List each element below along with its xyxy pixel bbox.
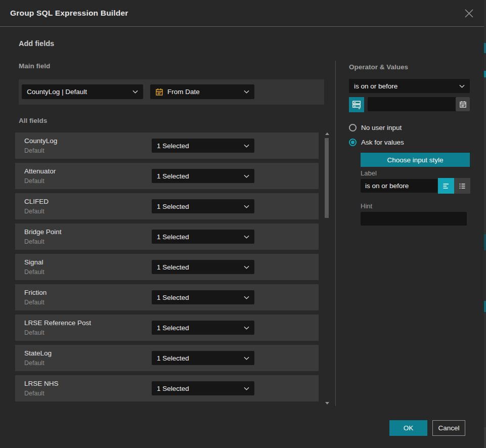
field-row: CLIFED Default 1 Selected — [15, 193, 319, 219]
field-name: LRSE Reference Post — [24, 319, 91, 327]
all-fields-label: All fields — [19, 117, 47, 124]
main-field-band: CountyLog | Default From Date — [19, 79, 324, 105]
chevron-down-icon — [244, 174, 249, 178]
label-input[interactable] — [361, 179, 437, 193]
chevron-down-icon — [244, 265, 249, 269]
date-value-input[interactable] — [368, 97, 470, 111]
field-name: Signal — [24, 258, 43, 266]
chevron-down-icon — [244, 387, 249, 390]
label-field-label: Label — [361, 169, 377, 177]
radio-no-user-input[interactable]: No user input — [349, 124, 402, 131]
hint-field-wrap — [361, 212, 467, 226]
chevron-down-icon — [244, 356, 249, 360]
chevron-down-icon — [132, 90, 138, 94]
field-subtitle: Default — [24, 329, 45, 336]
date-field-select[interactable]: From Date — [150, 84, 254, 99]
list-input-style-button[interactable] — [454, 178, 470, 194]
layer-select-value: CountyLog | Default — [27, 88, 129, 96]
field-row: LRSE Reference Post Default 1 Selected — [15, 315, 319, 341]
bulleted-list-icon — [458, 182, 466, 190]
chevron-down-icon — [244, 326, 249, 330]
dialog-title: Group SQL Expression Builder — [10, 9, 128, 18]
operator-select-value: is on or before — [354, 82, 456, 90]
chevron-down-icon — [459, 84, 465, 88]
field-row: StateLog Default 1 Selected — [15, 345, 319, 371]
ok-button[interactable]: OK — [389, 420, 427, 436]
choose-input-style-button[interactable]: Choose input style — [361, 153, 470, 167]
calendar-icon — [155, 88, 163, 96]
add-fields-heading: Add fields — [19, 39, 54, 48]
date-picker-button[interactable] — [456, 97, 470, 111]
operator-values-label: Operator & Values — [349, 63, 408, 71]
layer-select[interactable]: CountyLog | Default — [22, 84, 143, 99]
scroll-down-icon[interactable] — [325, 402, 329, 405]
field-name: CLIFED — [24, 198, 49, 205]
field-values-select[interactable]: 1 Selected — [152, 260, 254, 274]
chevron-down-icon — [244, 235, 249, 239]
chevron-down-icon — [244, 205, 249, 208]
field-row: Bridge Point Default 1 Selected — [15, 223, 319, 250]
group-sql-expression-builder-dialog: Group SQL Expression Builder Add fields … — [0, 0, 484, 448]
single-input-style-button[interactable] — [438, 178, 454, 194]
field-row: CountyLog Default 1 Selected — [15, 132, 319, 159]
align-left-icon — [442, 182, 450, 190]
radio-ask-for-values[interactable]: Ask for values — [349, 139, 404, 146]
field-row: Attenuator Default 1 Selected — [15, 163, 319, 189]
all-fields-list: CountyLog Default 1 Selected Attenuator … — [15, 132, 319, 401]
chevron-down-icon — [244, 144, 249, 148]
label-field-wrap — [361, 179, 437, 193]
field-values-select[interactable]: 1 Selected — [152, 290, 254, 304]
field-values-select[interactable]: 1 Selected — [152, 381, 254, 395]
field-values-select[interactable]: 1 Selected — [152, 139, 254, 153]
value-type-icon — [352, 100, 361, 109]
panel-divider — [335, 61, 336, 406]
field-subtitle: Default — [24, 238, 45, 245]
background-page-edge — [484, 0, 486, 448]
field-row: Signal Default 1 Selected — [15, 254, 319, 280]
field-name: Attenuator — [24, 167, 56, 175]
field-subtitle: Default — [24, 147, 45, 154]
field-values-select[interactable]: 1 Selected — [152, 169, 254, 183]
field-subtitle: Default — [24, 208, 45, 215]
field-values-select[interactable]: 1 Selected — [152, 351, 254, 365]
field-row: LRSE NHS Default 1 Selected — [15, 375, 319, 401]
field-subtitle: Default — [24, 390, 45, 397]
field-name: LRSE NHS — [24, 380, 59, 387]
field-name: CountyLog — [24, 137, 57, 145]
dialog-titlebar: Group SQL Expression Builder — [0, 0, 484, 27]
field-name: Bridge Point — [24, 228, 62, 236]
main-field-label: Main field — [19, 62, 50, 70]
date-field-select-value: From Date — [167, 88, 237, 96]
cancel-button[interactable]: Cancel — [432, 420, 465, 436]
field-name: Friction — [24, 289, 47, 296]
field-name: StateLog — [24, 349, 52, 357]
hint-input[interactable] — [361, 212, 467, 226]
value-type-button[interactable] — [349, 97, 364, 112]
field-values-select[interactable]: 1 Selected — [152, 199, 254, 213]
scroll-up-icon[interactable] — [325, 132, 329, 135]
operator-select[interactable]: is on or before — [349, 79, 470, 93]
chevron-down-icon — [244, 90, 249, 94]
date-value-field-wrap — [368, 97, 470, 111]
close-button[interactable] — [461, 5, 477, 21]
field-subtitle: Default — [24, 299, 45, 306]
list-scrollbar[interactable] — [325, 131, 329, 406]
field-row: Friction Default 1 Selected — [15, 284, 319, 310]
chevron-down-icon — [244, 296, 249, 299]
calendar-icon — [459, 101, 467, 108]
field-subtitle: Default — [24, 177, 45, 185]
field-values-select[interactable]: 1 Selected — [152, 230, 254, 244]
radio-circle-selected-icon[interactable] — [349, 139, 357, 146]
field-values-select[interactable]: 1 Selected — [152, 321, 254, 335]
scrollbar-thumb[interactable] — [325, 138, 329, 218]
close-icon — [465, 9, 473, 18]
field-subtitle: Default — [24, 268, 45, 276]
field-subtitle: Default — [24, 360, 45, 367]
radio-circle-icon[interactable] — [349, 124, 357, 131]
hint-field-label: Hint — [361, 202, 372, 210]
